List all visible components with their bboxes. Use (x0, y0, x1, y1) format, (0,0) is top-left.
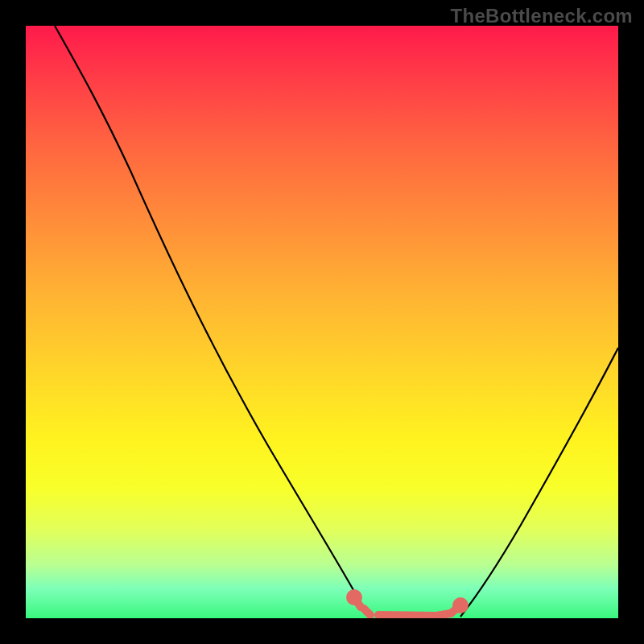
chart-frame: TheBottleneck.com (0, 0, 644, 644)
chart-svg (26, 26, 618, 618)
left-curve (55, 26, 370, 617)
right-curve (460, 348, 618, 617)
bottom-markers (350, 593, 464, 616)
svg-point-5 (350, 593, 358, 601)
svg-line-2 (378, 615, 436, 616)
plot-area (26, 26, 618, 618)
svg-line-1 (364, 609, 370, 615)
watermark-text: TheBottleneck.com (451, 5, 633, 27)
svg-point-6 (456, 601, 464, 609)
